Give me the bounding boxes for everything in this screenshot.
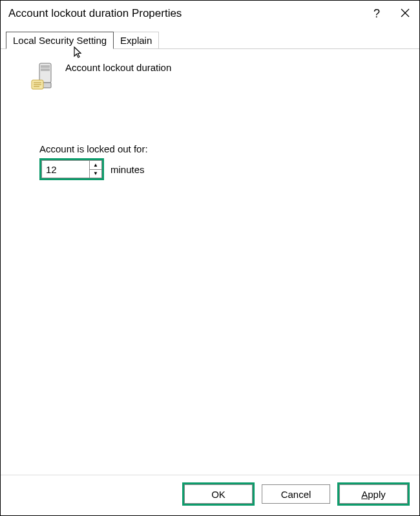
lockout-label: Account is locked out for:: [39, 143, 406, 154]
svg-rect-4: [41, 68, 50, 71]
spinner-buttons: ▲ ▼: [89, 160, 102, 178]
tab-strip: Local Security Setting Explain: [6, 32, 419, 49]
apply-mnemonic: A: [361, 489, 368, 500]
spinner-down-button[interactable]: ▼: [90, 170, 101, 178]
titlebar: Account lockout duration Properties ?: [1, 1, 419, 26]
lockout-field-group: Account is locked out for: ▲ ▼ minutes: [39, 143, 406, 180]
apply-rest: pply: [368, 489, 386, 500]
policy-name: Account lockout duration: [65, 62, 171, 73]
properties-window: Account lockout duration Properties ? Lo…: [0, 0, 420, 516]
cancel-button[interactable]: Cancel: [262, 484, 330, 504]
window-title: Account lockout duration Properties: [8, 7, 370, 20]
titlebar-controls: ?: [370, 7, 412, 21]
policy-header: Account lockout duration: [30, 62, 406, 93]
lockout-duration-input[interactable]: [41, 160, 89, 178]
server-policy-icon: [30, 62, 58, 93]
dialog-buttons: OK Cancel Apply: [1, 475, 419, 515]
spinner-up-button[interactable]: ▲: [90, 161, 101, 170]
tab-local-security-setting[interactable]: Local Security Setting: [6, 32, 114, 49]
tab-panel: Account lockout duration Account is lock…: [1, 48, 419, 475]
lockout-duration-spinner: ▲ ▼: [39, 158, 104, 180]
ok-button[interactable]: OK: [184, 484, 253, 504]
spinner-row: ▲ ▼ minutes: [39, 158, 406, 180]
help-icon[interactable]: ?: [370, 7, 383, 21]
duration-unit: minutes: [110, 164, 145, 175]
tab-explain[interactable]: Explain: [114, 32, 159, 49]
apply-button[interactable]: Apply: [339, 484, 408, 504]
svg-rect-3: [41, 65, 50, 68]
close-icon[interactable]: [399, 7, 412, 21]
